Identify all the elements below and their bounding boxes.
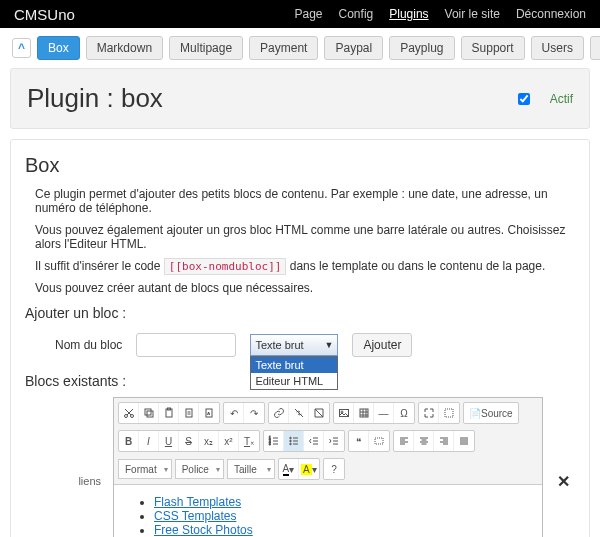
ckeditor-liens: ↶↷ ―Ω 📄 Source BIUSx₂x²Tₓ 123 ❝ Format P… xyxy=(113,397,543,537)
special-char-icon[interactable]: Ω xyxy=(394,403,414,423)
intro-line-1: Ce plugin permet d'ajouter des petits bl… xyxy=(35,187,575,215)
block-name-input[interactable] xyxy=(136,333,236,357)
page-header: Plugin : box Actif xyxy=(10,68,590,129)
tab-users[interactable]: Users xyxy=(531,36,584,60)
indent-icon[interactable] xyxy=(324,431,344,451)
copy-icon[interactable] xyxy=(139,403,159,423)
plugin-tabs: ^ Box Markdown Multipage Payment Paypal … xyxy=(0,28,600,68)
content-link[interactable]: CSS Templates xyxy=(154,509,236,523)
text-color-icon[interactable]: A▾ xyxy=(279,459,299,479)
link-icon[interactable] xyxy=(269,403,289,423)
nav-voir-site[interactable]: Voir le site xyxy=(445,7,500,21)
svg-rect-2 xyxy=(147,411,153,417)
plugin-enabled-checkbox[interactable] xyxy=(518,93,530,105)
page-title: Plugin : box xyxy=(27,83,163,114)
collapse-toggle[interactable]: ^ xyxy=(12,38,31,58)
strike-icon[interactable]: S xyxy=(179,431,199,451)
hr-icon[interactable]: ― xyxy=(374,403,394,423)
svg-rect-11 xyxy=(445,409,453,417)
source-button[interactable]: 📄 Source xyxy=(464,403,518,423)
unlink-icon[interactable] xyxy=(289,403,309,423)
option-texte-brut[interactable]: Texte brut xyxy=(251,357,337,373)
outdent-icon[interactable] xyxy=(304,431,324,451)
svg-point-15 xyxy=(289,437,291,439)
font-combo[interactable]: Police xyxy=(175,459,224,479)
cut-icon[interactable] xyxy=(119,403,139,423)
italic-icon[interactable]: I xyxy=(139,431,159,451)
content-link[interactable]: Free Stock Photos xyxy=(154,523,253,537)
align-left-icon[interactable] xyxy=(394,431,414,451)
add-button[interactable]: Ajouter xyxy=(352,333,412,357)
size-combo[interactable]: Taille xyxy=(227,459,275,479)
ckeditor-content[interactable]: Flash Templates CSS Templates Free Stock… xyxy=(114,485,542,537)
intro-line-4: Vous pouvez créer autant de blocs que né… xyxy=(35,281,575,295)
nav-deconnexion[interactable]: Déconnexion xyxy=(516,7,586,21)
table-icon[interactable] xyxy=(354,403,374,423)
paste-icon[interactable] xyxy=(159,403,179,423)
option-editeur-html[interactable]: Editeur HTML xyxy=(251,373,337,389)
svg-point-17 xyxy=(289,443,291,445)
paste-word-icon[interactable] xyxy=(199,403,219,423)
remove-format-icon[interactable]: Tₓ xyxy=(239,431,259,451)
nav-page[interactable]: Page xyxy=(295,7,323,21)
align-center-icon[interactable] xyxy=(414,431,434,451)
add-block-row: Nom du bloc Texte brut▼ Texte brut Edite… xyxy=(25,327,575,363)
blockquote-icon[interactable]: ❝ xyxy=(349,431,369,451)
block-type-select[interactable]: Texte brut▼ Texte brut Editeur HTML xyxy=(250,334,338,356)
plugin-panel: Box Ce plugin permet d'ajouter des petit… xyxy=(10,139,590,537)
svg-rect-10 xyxy=(360,409,368,417)
about-icon[interactable]: ? xyxy=(324,459,344,479)
intro-line-3: Il suffit d'insérer le code [[box-nomdub… xyxy=(35,259,575,273)
add-block-heading: Ajouter un bloc : xyxy=(25,305,575,321)
maximize-icon[interactable] xyxy=(419,403,439,423)
intro-line-2: Vous pouvez également ajouter un gros bl… xyxy=(35,223,575,251)
block-label-liens: liens xyxy=(25,475,105,487)
svg-rect-3 xyxy=(145,409,151,415)
div-icon[interactable] xyxy=(369,431,389,451)
format-combo[interactable]: Format xyxy=(118,459,172,479)
status-badge: Actif xyxy=(550,92,573,106)
undo-icon[interactable]: ↶ xyxy=(224,403,244,423)
panel-heading: Box xyxy=(25,154,575,177)
top-nav: Page Config Plugins Voir le site Déconne… xyxy=(295,7,587,21)
show-blocks-icon[interactable] xyxy=(439,403,459,423)
svg-rect-18 xyxy=(375,438,383,444)
align-right-icon[interactable] xyxy=(434,431,454,451)
svg-rect-6 xyxy=(186,409,192,417)
image-icon[interactable] xyxy=(334,403,354,423)
svg-point-16 xyxy=(289,440,291,442)
subscript-icon[interactable]: x₂ xyxy=(199,431,219,451)
tab-payplug[interactable]: Payplug xyxy=(389,36,454,60)
ckeditor-toolbar: ↶↷ ―Ω 📄 Source BIUSx₂x²Tₓ 123 ❝ Format P… xyxy=(114,398,542,485)
anchor-icon[interactable] xyxy=(309,403,329,423)
publish-button[interactable]: Publier xyxy=(590,36,600,60)
nav-config[interactable]: Config xyxy=(339,7,374,21)
delete-block-liens[interactable]: ✕ xyxy=(551,472,575,491)
block-type-dropdown: Texte brut Editeur HTML xyxy=(250,356,338,390)
content-link[interactable]: Flash Templates xyxy=(154,495,241,509)
underline-icon[interactable]: U xyxy=(159,431,179,451)
bullet-list-icon[interactable] xyxy=(284,431,304,451)
topbar: CMSUno Page Config Plugins Voir le site … xyxy=(0,0,600,28)
tab-box[interactable]: Box xyxy=(37,36,80,60)
tab-support[interactable]: Support xyxy=(461,36,525,60)
paste-text-icon[interactable] xyxy=(179,403,199,423)
bg-color-icon[interactable]: A▾ xyxy=(299,459,319,479)
align-justify-icon[interactable] xyxy=(454,431,474,451)
nav-plugins[interactable]: Plugins xyxy=(389,7,428,21)
tab-multipage[interactable]: Multipage xyxy=(169,36,243,60)
svg-text:3: 3 xyxy=(269,442,271,446)
numbered-list-icon[interactable]: 123 xyxy=(264,431,284,451)
superscript-icon[interactable]: x² xyxy=(219,431,239,451)
block-name-label: Nom du bloc xyxy=(55,338,122,352)
redo-icon[interactable]: ↷ xyxy=(244,403,264,423)
tab-paypal[interactable]: Paypal xyxy=(324,36,383,60)
brand: CMSUno xyxy=(14,6,75,23)
shortcode-example: [[box-nomdubloc]] xyxy=(164,258,287,275)
bold-icon[interactable]: B xyxy=(119,431,139,451)
tab-markdown[interactable]: Markdown xyxy=(86,36,163,60)
tab-payment[interactable]: Payment xyxy=(249,36,318,60)
